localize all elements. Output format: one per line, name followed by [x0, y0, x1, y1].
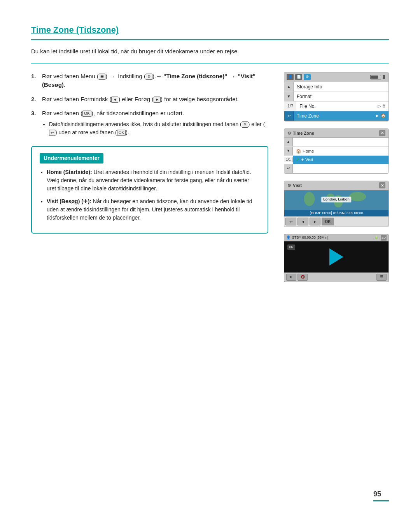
visit-next-btn[interactable]: ►: [310, 218, 320, 225]
submenu-item-visit: Visit (Besøg) (✈): Når du besøger en and…: [47, 197, 260, 222]
step-3-text: Rør ved fanen (OK), når tidszoneindstill…: [42, 109, 268, 137]
back-icon: ↩: [49, 130, 55, 136]
timezone-label: Time Zone: [294, 111, 373, 121]
page-accent: [373, 500, 389, 501]
step-1-text: Rør ved fanen Menu (☰) → Indstilling (⚙)…: [42, 72, 268, 90]
tz-up-btn[interactable]: ▲: [284, 138, 293, 146]
tz-home-option[interactable]: 🏠 Home: [293, 147, 388, 155]
menu-row-down: ▼ Format: [284, 92, 388, 102]
menu-row-up[interactable]: ▲ Storage Info: [284, 82, 388, 92]
visit-controls: ↩ ◄ ► OK: [284, 216, 388, 227]
reduce-icon: ◄: [111, 97, 118, 103]
step-1-num: 1.: [31, 72, 40, 81]
tz-visit-label: ✈ Visit: [301, 157, 313, 163]
battery-box: [370, 75, 381, 79]
step-1-highlight: "Time Zone (tidszone)": [163, 73, 227, 79]
pb-camera-icon: 👤: [286, 235, 290, 241]
arrow-1: →: [110, 73, 115, 81]
panel-main-menu: 👤 📄 ⚙ ▐▌ ▲ Storage Info ▼ Format: [284, 72, 389, 121]
tz-gear-icon: ⚙: [287, 130, 291, 137]
page-title: Time Zone (Tidszone): [31, 23, 389, 40]
page-number-container: 95: [373, 489, 389, 501]
panel-main-body: ▲ Storage Info ▼ Format 1/7 File No. ▷ 🗎…: [284, 82, 388, 121]
submenu-item-home: Home (Startside): Uret anvendes i henhol…: [47, 168, 260, 193]
nav-down-btn[interactable]: ▼: [284, 92, 294, 101]
panel-playback: 👤 STBY 00:00:00 [55Min] 🔋 SD CN ► 🔇 ☰: [284, 234, 389, 282]
visit-back-btn[interactable]: ↩: [285, 218, 296, 225]
pb-play-btn[interactable]: ►: [286, 274, 296, 281]
pb-controls: ► 🔇 ☰: [284, 273, 388, 282]
submenu-box: Undermenuelementer Home (Startside): Ure…: [31, 146, 268, 234]
home-label: Home (Startside):: [47, 169, 92, 175]
submenu-title: Undermenuelementer: [40, 153, 103, 164]
visit-gear-icon: ⚙: [287, 182, 291, 189]
fileno-label: File No.: [296, 102, 375, 111]
battery-fill: [371, 76, 378, 79]
panel-main-header: 👤 📄 ⚙ ▐▌: [284, 72, 388, 82]
ok-icon: OK: [82, 111, 91, 117]
step-1: 1. Rør ved fanen Menu (☰) → Indstilling …: [31, 72, 268, 90]
svg-point-3: [304, 192, 315, 206]
visit-map: London, Lisbon: [284, 190, 388, 210]
play-button-icon: [329, 248, 343, 266]
visit-prev-btn[interactable]: ◄: [298, 218, 308, 225]
tz-back-btn[interactable]: ↩: [284, 164, 293, 173]
battery-indicator: ▐▌: [370, 75, 386, 79]
svg-point-4: [349, 192, 366, 201]
panel-visit: ⚙ Visit ✕ London, Lisbon: [284, 181, 389, 227]
substep-list: Dato/tidsindstillingerne anvendes ikke, …: [42, 120, 268, 137]
step-2: 2. Rør ved fanen Formindsk (◄) eller For…: [31, 95, 268, 104]
pb-stby-label: STBY 00:00:00 [55Min]: [292, 235, 328, 241]
tz-down-btn[interactable]: ▼: [284, 147, 293, 155]
tz-nav-row: ▲: [284, 138, 388, 147]
pb-sd-icon: SD: [381, 235, 387, 241]
tz-visit-option[interactable]: ✓ ✈ Visit: [293, 156, 388, 164]
page-number: 95: [373, 490, 381, 498]
check-icon: ✓: [296, 157, 299, 163]
doc-icon: 📄: [295, 74, 302, 80]
tz-panel-title: Time Zone: [293, 130, 378, 137]
ok-icon-2: OK: [117, 130, 126, 136]
battery-text: ▐▌: [382, 75, 386, 79]
main-layout: 1. Rør ved fanen Menu (☰) → Indstilling …: [31, 72, 389, 283]
pb-battery: 🔋: [374, 236, 378, 240]
visit-time-bar: [HOME 00:00] 01/JAN/2009 00:00: [284, 210, 388, 217]
pb-screen: CN: [284, 241, 388, 273]
pb-cn-badge: CN: [287, 244, 295, 250]
pb-vol-btn[interactable]: 🔇: [298, 274, 308, 281]
tz-visit-row: 1/1 ✓ ✈ Visit: [284, 156, 388, 164]
arrow-2: →: [230, 73, 235, 81]
menu-icon: ☰: [99, 74, 105, 80]
step-2-text: Rør ved fanen Formindsk (◄) eller Forøg …: [42, 95, 239, 104]
step-3: 3. Rør ved fanen (OK), når tidszoneindst…: [31, 109, 268, 137]
pb-status-bar: 👤 STBY 00:00:00 [55Min] 🔋 SD: [284, 234, 388, 241]
submenu-items: Home (Startside): Uret anvendes i henhol…: [40, 168, 260, 222]
tz-back-row: ↩: [284, 164, 388, 173]
map-city-label: London, Lisbon: [321, 197, 351, 203]
fileno-icons: ▷ 🗎: [375, 103, 388, 109]
gear-icon: ⚙: [146, 74, 152, 80]
tz-home-row: ▼ 🏠 Home: [284, 147, 388, 156]
steps-list: 1. Rør ved fanen Menu (☰) → Indstilling …: [31, 72, 268, 137]
tz-header: ⚙ Time Zone ✕: [284, 129, 388, 138]
back-btn[interactable]: ↩: [284, 111, 294, 121]
tz-close-btn[interactable]: ✕: [379, 130, 385, 136]
pb-menu-btn[interactable]: ☰: [376, 274, 387, 281]
panel-timezone: ⚙ Time Zone ✕ ▲ ▼ 🏠 Home 1/1 ✓ ✈ Visit: [284, 128, 389, 174]
nav-up-btn[interactable]: ▲: [284, 82, 294, 91]
menu-row-timezone: ↩ Time Zone ► 🏠: [284, 111, 388, 121]
camera-icon: 👤: [287, 74, 294, 80]
format-label: Format: [294, 92, 388, 101]
step-3-num: 3.: [31, 109, 40, 118]
settings-icon: ⚙: [304, 74, 311, 80]
visit-close-btn[interactable]: ✕: [379, 182, 385, 188]
visit-ok-btn[interactable]: OK: [322, 218, 334, 225]
section-divider: [31, 63, 389, 63]
substep-1: Dato/tidsindstillingerne anvendes ikke, …: [49, 120, 268, 137]
x-icon: ✕: [242, 121, 248, 128]
visit-header: ⚙ Visit ✕: [284, 181, 388, 190]
timezone-icon: ► 🏠: [373, 113, 388, 119]
storage-info-label: Storage Info: [294, 82, 388, 91]
left-column: 1. Rør ved fanen Menu (☰) → Indstilling …: [31, 72, 268, 234]
tz-counter-col: 1/1: [284, 157, 293, 163]
